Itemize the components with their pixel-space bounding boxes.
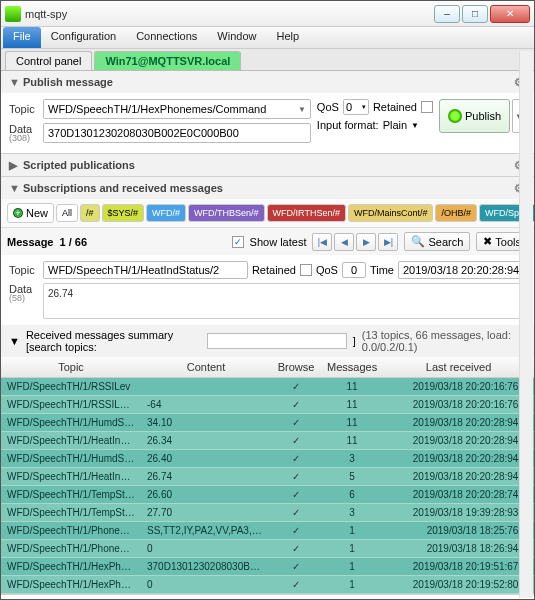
search-topics-input[interactable]: [207, 333, 347, 349]
cell-content: 26.40: [141, 450, 271, 468]
table-row[interactable]: WFD/SpeechTH/1/HexPhonem...370D130123020…: [1, 558, 534, 576]
close-button[interactable]: ✕: [490, 5, 530, 23]
filter-tab[interactable]: WFD/IRTHSen/#: [267, 204, 346, 222]
detail-qos: 0: [342, 262, 366, 278]
col-browse[interactable]: Browse: [271, 357, 321, 378]
table-row[interactable]: WFD/SpeechTH/1/HeatIndStat...26.34✓11201…: [1, 432, 534, 450]
col-content[interactable]: Content: [141, 357, 271, 378]
filter-tab[interactable]: /#: [80, 204, 100, 222]
cell-browse[interactable]: ✓: [271, 468, 321, 486]
table-row[interactable]: WFD/SpeechTH/1/HumdStatus/134.10✓112019/…: [1, 414, 534, 432]
tab-control-panel[interactable]: Control panel: [5, 51, 92, 70]
filter-tab[interactable]: WFD/#: [146, 204, 186, 222]
cell-browse[interactable]: ✓: [271, 504, 321, 522]
col-last[interactable]: Last received: [383, 357, 534, 378]
cell-last: 2019/03/18 20:19:51:670: [383, 558, 534, 576]
connection-tabs: Control panel Win71@MQTTSVR.local: [1, 49, 534, 71]
table-row[interactable]: WFD/SpeechTH/1/RSSILev/Con...-64✓112019/…: [1, 396, 534, 414]
cell-browse[interactable]: ✓: [271, 378, 321, 396]
detail-data[interactable]: 26.74: [43, 283, 526, 319]
subscriptions-title: Subscriptions and received messages: [23, 182, 223, 194]
publish-icon: [448, 109, 462, 123]
prev-button[interactable]: ◀: [334, 233, 354, 251]
cell-browse[interactable]: ✓: [271, 540, 321, 558]
wrench-icon: ✖: [483, 235, 492, 248]
scrollbar[interactable]: [519, 51, 533, 598]
cell-content: 34.10: [141, 414, 271, 432]
table-row[interactable]: WFD/SpeechTH/1/TempStatus/227.70✓32019/0…: [1, 504, 534, 522]
detail-topic[interactable]: [43, 261, 248, 279]
cell-topic: WFD/SpeechTH/1/Phonemes/C...: [1, 540, 141, 558]
cell-last: 2019/03/18 20:20:28:945: [383, 468, 534, 486]
cell-browse[interactable]: ✓: [271, 576, 321, 594]
cell-browse[interactable]: ✓: [271, 558, 321, 576]
cell-content: 0: [141, 540, 271, 558]
publish-button[interactable]: Publish: [439, 99, 510, 133]
cell-messages: 11: [321, 414, 383, 432]
retained-label: Retained: [373, 101, 417, 113]
table-row[interactable]: WFD/SpeechTH/1/RSSILev✓112019/03/18 20:2…: [1, 378, 534, 396]
format-label: Input format:: [317, 119, 379, 131]
message-position: 1 / 66: [59, 236, 87, 248]
cell-messages: 3: [321, 450, 383, 468]
scripted-title: Scripted publications: [23, 159, 135, 171]
table-row[interactable]: WFD/SpeechTH/1/HeatIndStat...26.74✓52019…: [1, 468, 534, 486]
first-button[interactable]: |◀: [312, 233, 332, 251]
collapse-icon[interactable]: ▼: [9, 335, 20, 347]
menu-configuration[interactable]: Configuration: [41, 27, 126, 48]
cell-browse[interactable]: ✓: [271, 414, 321, 432]
cell-topic: WFD/SpeechTH/1/HexPhonem...: [1, 576, 141, 594]
last-button[interactable]: ▶|: [378, 233, 398, 251]
minimize-button[interactable]: –: [434, 5, 460, 23]
filter-tab[interactable]: $SYS/#: [102, 204, 145, 222]
cell-messages: 11: [321, 378, 383, 396]
table-row[interactable]: WFD/SpeechTH/1/Phonemes/C...0✓12019/03/1…: [1, 540, 534, 558]
expand-icon[interactable]: ▶: [9, 159, 19, 172]
cell-topic: WFD/SpeechTH/1/Phonemes/C...: [1, 522, 141, 540]
cell-browse[interactable]: ✓: [271, 450, 321, 468]
retained-checkbox[interactable]: [421, 101, 433, 113]
col-topic[interactable]: Topic: [1, 357, 141, 378]
chevron-down-icon: ▼: [298, 105, 306, 114]
tab-connection[interactable]: Win71@MQTTSVR.local: [94, 51, 241, 70]
cell-content: -64: [141, 396, 271, 414]
filter-tab[interactable]: WFD/MainsCont/#: [348, 204, 434, 222]
table-row[interactable]: WFD/SpeechTH/1/Phonemes/C...SS,TT2,IY,PA…: [1, 522, 534, 540]
cell-browse[interactable]: ✓: [271, 486, 321, 504]
showlatest-checkbox[interactable]: ✓: [232, 236, 244, 248]
collapse-icon[interactable]: ▼: [9, 182, 19, 194]
collapse-icon[interactable]: ▼: [9, 76, 19, 88]
chevron-down-icon[interactable]: ▼: [411, 121, 419, 130]
search-button[interactable]: 🔍Search: [404, 232, 470, 251]
menu-help[interactable]: Help: [266, 27, 309, 48]
cell-messages: 1: [321, 576, 383, 594]
col-messages[interactable]: Messages: [321, 357, 383, 378]
filter-tab[interactable]: /OHB/#: [435, 204, 477, 222]
detail-time: [398, 261, 526, 279]
menu-connections[interactable]: Connections: [126, 27, 207, 48]
cell-browse[interactable]: ✓: [271, 396, 321, 414]
cell-topic: WFD/SpeechTH/1/TempStatus/1: [1, 486, 141, 504]
cell-topic: WFD/SpeechTH/1/HumdStatus/1: [1, 414, 141, 432]
table-row[interactable]: WFD/SpeechTH/1/TempStatus/126.60✓62019/0…: [1, 486, 534, 504]
table-row[interactable]: WFD/SpeechTH/1/HexPhonem...0✓12019/03/18…: [1, 576, 534, 594]
cell-last: 2019/03/18 20:20:28:943: [383, 432, 534, 450]
filter-tab[interactable]: WFD/THBSen/#: [188, 204, 265, 222]
data-input[interactable]: [43, 123, 311, 143]
cell-messages: 3: [321, 504, 383, 522]
menu-file[interactable]: File: [3, 27, 41, 48]
summary-title: Received messages summary [search topics…: [26, 329, 201, 353]
topic-input[interactable]: WFD/SpeechTH/1/HexPhonemes/Command▼: [43, 99, 311, 119]
cell-topic: WFD/SpeechTH/1/RSSILev: [1, 378, 141, 396]
menu-window[interactable]: Window: [207, 27, 266, 48]
detail-retained-label: Retained: [252, 264, 296, 276]
new-filter-button[interactable]: +New: [7, 203, 54, 223]
table-row[interactable]: WFD/SpeechTH/1/HumdStatus/226.40✓32019/0…: [1, 450, 534, 468]
cell-browse[interactable]: ✓: [271, 522, 321, 540]
qos-select[interactable]: 0▾: [343, 99, 369, 115]
publish-title: Publish message: [23, 76, 113, 88]
cell-browse[interactable]: ✓: [271, 432, 321, 450]
maximize-button[interactable]: □: [462, 5, 488, 23]
next-button[interactable]: ▶: [356, 233, 376, 251]
filter-all[interactable]: All: [56, 204, 78, 222]
